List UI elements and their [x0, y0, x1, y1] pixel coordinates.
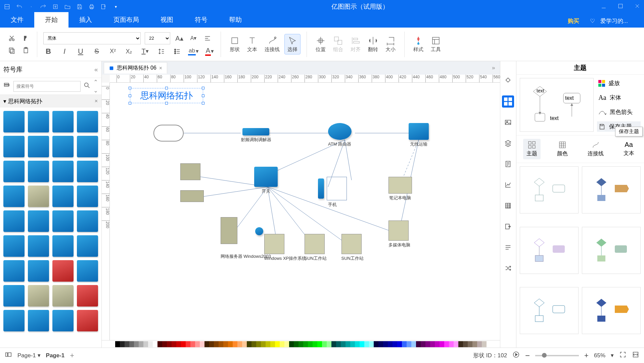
color-swatch[interactable] — [256, 341, 261, 347]
color-swatch[interactable] — [242, 341, 247, 347]
play-icon[interactable] — [512, 351, 520, 360]
italic-icon[interactable]: I — [59, 46, 70, 56]
color-swatch[interactable] — [336, 341, 341, 347]
flip-tool[interactable]: 翻转 — [365, 34, 381, 54]
palette-shape[interactable] — [77, 235, 98, 257]
palette-shape[interactable] — [3, 186, 25, 207]
palette-shape[interactable] — [28, 111, 49, 132]
color-swatch[interactable] — [176, 341, 181, 347]
canvas[interactable]: 思科网络拓扑 — [110, 83, 500, 340]
redo-icon[interactable] — [40, 3, 47, 10]
zoom-value[interactable]: 65% — [594, 352, 605, 359]
minimize-icon[interactable] — [600, 3, 607, 11]
subscript-icon[interactable]: X₂ — [124, 46, 134, 56]
rail-list-icon[interactable] — [502, 241, 514, 253]
color-swatch[interactable] — [200, 341, 204, 347]
font-family-select[interactable]: 黑体 — [43, 32, 141, 44]
maximize-icon[interactable] — [617, 3, 624, 11]
color-swatch[interactable] — [327, 341, 331, 347]
color-swatch[interactable] — [162, 341, 167, 347]
color-swatch[interactable] — [134, 341, 139, 347]
library-menu-icon[interactable] — [3, 82, 11, 91]
fit-page-icon[interactable] — [619, 351, 627, 360]
theme-tab-theme[interactable]: 主题 — [523, 139, 541, 159]
color-swatch[interactable] — [195, 341, 200, 347]
theme-thumb[interactable] — [582, 166, 641, 213]
rail-chart-icon[interactable] — [502, 179, 514, 191]
style-tool[interactable]: 样式 — [411, 34, 426, 54]
color-swatch[interactable] — [294, 341, 298, 347]
palette-shape[interactable] — [3, 235, 25, 257]
fit-width-icon[interactable] — [632, 351, 639, 360]
color-swatch[interactable] — [129, 341, 134, 347]
menu-tab-home[interactable]: 开始 — [34, 12, 68, 28]
palette-shape[interactable] — [28, 285, 49, 307]
paste-icon[interactable] — [21, 45, 31, 55]
palette-shape[interactable] — [77, 285, 98, 307]
color-swatch[interactable] — [350, 341, 355, 347]
font-color-icon[interactable]: A▾ — [204, 46, 215, 56]
strikethrough-icon[interactable]: S — [92, 46, 102, 56]
palette-shape[interactable] — [52, 210, 74, 232]
color-swatch[interactable] — [251, 341, 256, 347]
category-header[interactable]: ▾ 思科网络拓扑 × — [0, 95, 101, 108]
page-tab-active[interactable]: Page-1 — [46, 352, 65, 359]
color-swatch[interactable] — [374, 341, 378, 347]
node-sun1[interactable]: SUN工作站 — [305, 234, 327, 261]
node-server[interactable]: 网络服务器 Windows2003 — [221, 217, 271, 259]
palette-shape[interactable] — [52, 310, 74, 331]
color-swatch[interactable] — [468, 341, 472, 347]
color-swatch[interactable] — [284, 341, 289, 347]
color-swatch[interactable] — [444, 341, 449, 347]
color-swatch[interactable] — [228, 341, 233, 347]
connector-tool[interactable]: 连接线 — [262, 34, 282, 54]
color-swatch[interactable] — [449, 341, 454, 347]
color-swatch[interactable] — [346, 341, 350, 347]
palette-shape[interactable] — [77, 260, 98, 282]
color-swatch[interactable] — [261, 341, 266, 347]
palette-shape[interactable] — [3, 161, 25, 182]
palette-shape[interactable] — [3, 111, 25, 132]
rail-shuffle-icon[interactable] — [502, 262, 514, 274]
color-swatch[interactable] — [167, 341, 172, 347]
color-swatch[interactable] — [186, 341, 190, 347]
palette-shape[interactable] — [52, 161, 74, 182]
rail-fill-icon[interactable] — [502, 75, 514, 87]
export-icon[interactable] — [100, 3, 107, 10]
buy-button[interactable]: 购买 — [568, 17, 579, 25]
color-swatch[interactable] — [355, 341, 360, 347]
color-swatch[interactable] — [143, 341, 148, 347]
node-atm-router[interactable]: ATM 路由器 — [328, 123, 352, 147]
palette-shape[interactable] — [28, 235, 49, 257]
palette-shape[interactable] — [28, 136, 49, 157]
search-icon[interactable] — [83, 82, 91, 91]
collapse-left-icon[interactable]: « — [94, 66, 98, 73]
color-swatch[interactable] — [125, 341, 129, 347]
decrease-font-icon[interactable]: A▾ — [188, 33, 198, 43]
theme-thumb[interactable] — [520, 227, 579, 274]
close-icon[interactable] — [634, 3, 641, 11]
undo-icon[interactable] — [15, 3, 23, 10]
color-swatch[interactable] — [411, 341, 416, 347]
qat-more-icon[interactable]: ▾ — [112, 3, 120, 10]
position-tool[interactable]: 位置 — [313, 34, 328, 54]
palette-shape[interactable] — [77, 210, 98, 232]
superscript-icon[interactable]: X² — [108, 46, 118, 56]
theme-thumb[interactable] — [582, 227, 641, 274]
size-tool[interactable]: 大小 — [383, 34, 398, 54]
align-dropdown-icon[interactable] — [202, 33, 213, 43]
rail-table-icon[interactable] — [502, 200, 514, 212]
theme-tab-connector[interactable]: 连接线 — [584, 139, 607, 159]
palette-shape[interactable] — [77, 161, 98, 182]
node-rf-modem[interactable]: 射频调制调解器 — [241, 128, 271, 143]
menu-tab-pagelayout[interactable]: 页面布局 — [103, 12, 150, 28]
rail-page-icon[interactable] — [502, 158, 514, 170]
bullets-icon[interactable] — [172, 46, 182, 56]
zoom-slider[interactable] — [535, 355, 579, 356]
palette-shape[interactable] — [28, 161, 49, 182]
palette-shape[interactable] — [52, 235, 74, 257]
color-swatch[interactable] — [393, 341, 397, 347]
increase-font-icon[interactable]: A▴ — [174, 33, 184, 43]
color-swatch[interactable] — [153, 341, 157, 347]
opt-arrow[interactable]: 黑色箭头 — [597, 107, 641, 117]
